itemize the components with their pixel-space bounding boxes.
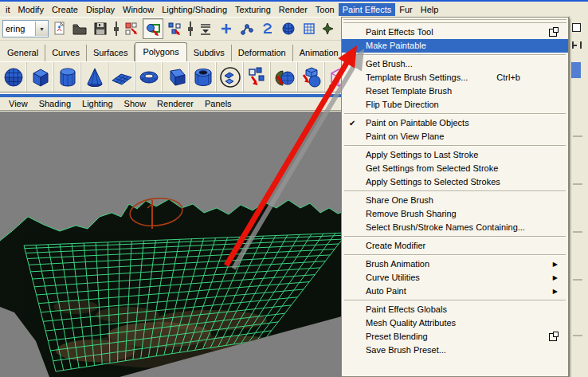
- panel-menu-renderer[interactable]: Renderer: [151, 98, 199, 109]
- menu-item-curve-utilities[interactable]: Curve Utilities▶: [342, 271, 568, 285]
- joint-tool-button[interactable]: [237, 19, 257, 38]
- option-box-icon[interactable]: [549, 333, 557, 341]
- shelf-poly-plane-button[interactable]: [108, 62, 135, 92]
- snap-options-button[interactable]: [196, 19, 215, 38]
- panel-menu-show[interactable]: Show: [119, 98, 152, 109]
- menu-item-paint-on-view-plane[interactable]: Paint on View Plane: [342, 130, 568, 143]
- shelf-poly-cylinder-button[interactable]: [54, 62, 81, 92]
- shelf-tab-curves[interactable]: Curves: [45, 45, 87, 61]
- shelf-poly-separate-button[interactable]: [271, 62, 298, 92]
- occluded-fragment: [572, 23, 581, 32]
- save-scene-button[interactable]: [91, 19, 110, 38]
- sphere-tool-button[interactable]: [279, 19, 298, 38]
- toolbar-separator[interactable]: [112, 21, 120, 37]
- menubar-item-create[interactable]: Create: [48, 3, 82, 16]
- menu-item-label: Get Brush...: [366, 57, 413, 71]
- select-by-object-button[interactable]: [143, 18, 163, 39]
- menu-item-label: Template Brush Settings...: [366, 71, 468, 84]
- shelf-poly-combine-button[interactable]: [244, 62, 271, 92]
- open-scene-button[interactable]: [70, 19, 89, 38]
- menu-item-make-paintable[interactable]: Make Paintable: [342, 39, 568, 53]
- shelf-poly-platonic-button[interactable]: [217, 62, 244, 92]
- menu-item-select-brush-stroke-names-containing[interactable]: Select Brush/Stroke Names Containing...: [342, 221, 568, 234]
- menu-item-save-brush-preset[interactable]: Save Brush Preset...: [342, 344, 568, 357]
- poly-cube-icon: [29, 65, 53, 89]
- shelf-poly-cone-button[interactable]: [81, 62, 108, 92]
- menu-item-label: Save Brush Preset...: [366, 344, 446, 357]
- menu-tearoff-handle[interactable]: [343, 19, 566, 23]
- poly-prism-icon: [164, 65, 188, 89]
- chevron-down-icon[interactable]: ▼: [35, 22, 48, 36]
- toolbar-separator[interactable]: [186, 21, 194, 37]
- menubar-item-lighting-shading[interactable]: Lighting/Shading: [158, 3, 231, 16]
- new-scene-icon: [51, 21, 67, 37]
- occluded-fragment: [572, 41, 582, 49]
- menu-item-label: Share One Brush: [366, 194, 433, 207]
- menu-item-label: Mesh Quality Attributes: [366, 316, 456, 330]
- shelf-tab-surfaces[interactable]: Surfaces: [87, 45, 135, 61]
- select-hierarchy-icon: [123, 21, 139, 37]
- menubar-item-fur[interactable]: Fur: [395, 3, 417, 16]
- menu-set-value: ering: [3, 24, 35, 33]
- menu-item-apply-settings-to-last-stroke[interactable]: Apply Settings to Last Stroke: [342, 148, 568, 162]
- panel-menu-shading[interactable]: Shading: [33, 98, 76, 109]
- menu-item-share-one-brush[interactable]: Share One Brush: [342, 194, 568, 207]
- menu-item-label: Make Paintable: [366, 39, 426, 53]
- poly-platonic-icon: [218, 65, 242, 89]
- shelf-poly-torus-button[interactable]: [135, 62, 163, 92]
- menu-item-preset-blending[interactable]: Preset Blending: [342, 330, 568, 344]
- occluded-fragment: [573, 231, 582, 233]
- shelf-poly-pipe-button[interactable]: [190, 62, 217, 92]
- menubar-item-modify[interactable]: Modify: [14, 3, 48, 16]
- shelf-poly-prism-button[interactable]: [163, 62, 190, 92]
- menu-item-label: Paint Effects Tool: [366, 26, 433, 39]
- select-hierarchy-button[interactable]: [122, 19, 141, 38]
- menubar-item-window[interactable]: Window: [119, 3, 158, 16]
- shelf-poly-cube-button[interactable]: [27, 62, 54, 92]
- shelf-tab-general[interactable]: General: [1, 45, 45, 61]
- shelf-poly-sphere-button[interactable]: [0, 62, 27, 92]
- menu-shortcut: Ctrl+b: [496, 71, 520, 84]
- shelf-tab-polygons[interactable]: Polygons: [135, 42, 186, 62]
- menu-item-template-brush-settings[interactable]: Template Brush Settings...Ctrl+b: [342, 71, 568, 84]
- menu-item-mesh-quality-attributes[interactable]: Mesh Quality Attributes: [342, 316, 568, 330]
- menu-item-apply-settings-to-selected-strokes[interactable]: Apply Settings to Selected Strokes: [342, 175, 568, 189]
- option-box-icon[interactable]: [549, 29, 557, 37]
- select-by-component-button[interactable]: [165, 19, 184, 38]
- menu-item-remove-brush-sharing[interactable]: Remove Brush Sharing: [342, 207, 568, 221]
- menu-set-selector[interactable]: ering ▼: [2, 20, 49, 37]
- shelf-poly-mirror-button[interactable]: [298, 62, 325, 92]
- lattice-tool-button[interactable]: [300, 19, 319, 38]
- menu-item-paint-effects-globals[interactable]: Paint Effects Globals: [342, 303, 568, 316]
- menubar-item-render[interactable]: Render: [275, 3, 312, 16]
- plus-tool-button[interactable]: [217, 19, 236, 38]
- menubar-item-help[interactable]: Help: [417, 3, 443, 16]
- menubar-item-texturing[interactable]: Texturing: [231, 3, 275, 16]
- panel-menu-lighting[interactable]: Lighting: [76, 98, 119, 109]
- panel-menu-panels[interactable]: Panels: [199, 98, 237, 109]
- panel-menu-view[interactable]: View: [3, 98, 33, 109]
- shelf-tab-subdivs[interactable]: Subdivs: [187, 45, 232, 61]
- menubar-item-toon[interactable]: Toon: [312, 3, 339, 16]
- menu-item-get-settings-from-selected-stroke[interactable]: Get Settings from Selected Stroke: [342, 162, 568, 175]
- shelf-tab-animation[interactable]: Animation: [293, 45, 346, 61]
- menubar-item-display[interactable]: Display: [82, 3, 119, 16]
- menu-item-brush-animation[interactable]: Brush Animation▶: [342, 257, 568, 271]
- curve-tool-button[interactable]: [258, 19, 277, 38]
- menu-item-reset-template-brush[interactable]: Reset Template Brush: [342, 84, 568, 98]
- new-scene-button[interactable]: [49, 19, 69, 38]
- menu-item-get-brush[interactable]: Get Brush...: [342, 57, 568, 71]
- submenu-arrow-icon: ▶: [553, 271, 558, 285]
- menu-item-flip-tube-direction[interactable]: Flip Tube Direction: [342, 98, 568, 112]
- menubar-item-paint-effects[interactable]: Paint Effects: [339, 3, 396, 16]
- menu-item-paint-on-paintable-objects[interactable]: ✔Paint on Paintable Objects: [342, 116, 568, 130]
- shelf-tab-deformation[interactable]: Deformation: [232, 45, 293, 61]
- hidden-tool-button[interactable]: [320, 19, 339, 38]
- menu-item-create-modifier[interactable]: Create Modifier: [342, 239, 568, 253]
- occluded-background-strip: [569, 16, 588, 377]
- menu-item-paint-effects-tool[interactable]: Paint Effects Tool: [342, 26, 568, 39]
- save-scene-icon: [92, 21, 108, 37]
- menu-item-label: Preset Blending: [366, 330, 428, 344]
- menubar-item-it[interactable]: it: [2, 3, 14, 16]
- menu-item-auto-paint[interactable]: Auto Paint▶: [342, 285, 568, 298]
